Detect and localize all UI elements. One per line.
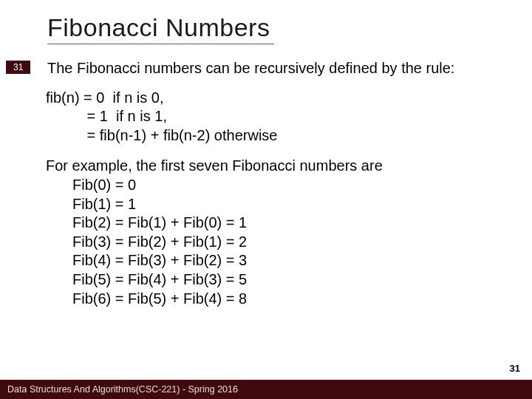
slide-number-badge: 31	[6, 61, 30, 74]
example-line: Fib(2) = Fib(1) + Fib(0) = 1	[72, 214, 514, 233]
example-line: Fib(6) = Fib(5) + Fib(4) = 8	[72, 290, 514, 309]
intro-text: The Fibonacci numbers can be recursively…	[46, 59, 514, 78]
example-line: Fib(3) = Fib(2) + Fib(1) = 2	[72, 233, 514, 252]
example-line: Fib(5) = Fib(4) + Fib(3) = 5	[72, 270, 514, 290]
example-line: Fib(0) = 0	[72, 176, 514, 195]
definition-line-2: = 1 if n is 1,	[46, 107, 514, 126]
slide-title: Fibonacci Numbers	[47, 13, 274, 44]
footer-bar: Data Structures And Algorithms(CSC-221) …	[0, 380, 532, 399]
definition-block: fib(n) = 0 if n is 0, = 1 if n is 1, = f…	[46, 89, 514, 146]
definition-line-3: = fib(n-1) + fib(n-2) otherwise	[46, 126, 514, 146]
example-line: Fib(4) = Fib(3) + Fib(2) = 3	[72, 251, 514, 270]
slide-content: The Fibonacci numbers can be recursively…	[0, 49, 532, 308]
definition-line-1: fib(n) = 0 if n is 0,	[46, 89, 514, 108]
page-number: 31	[510, 363, 520, 374]
example-line: Fib(1) = 1	[72, 195, 514, 214]
example-lead: For example, the first seven Fibonacci n…	[46, 157, 514, 176]
title-area: Fibonacci Numbers	[0, 0, 532, 49]
example-list: Fib(0) = 0 Fib(1) = 1 Fib(2) = Fib(1) + …	[46, 176, 514, 308]
